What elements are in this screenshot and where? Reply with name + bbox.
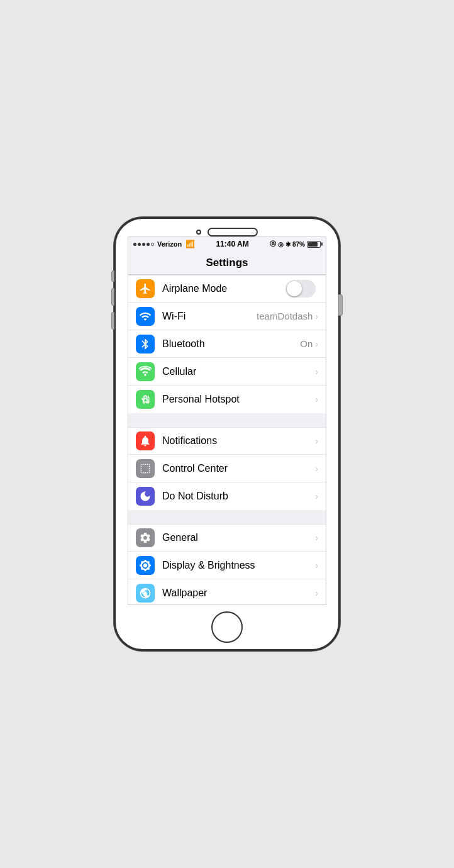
phone-frame: Verizon 📶 11:40 AM ⓐ ◎ ✱ 87% Settings [114, 217, 340, 651]
wallpaper-chevron-icon: › [315, 588, 318, 598]
section-divider-2 [128, 510, 326, 524]
section-divider-1 [128, 413, 326, 427]
settings-item-cellular[interactable]: Cellular › [128, 358, 326, 386]
general-icon [136, 528, 155, 547]
display-brightness-chevron-icon: › [315, 560, 318, 570]
carrier-name: Verizon [157, 240, 182, 248]
status-right: ⓐ ◎ ✱ 87% [270, 240, 321, 248]
notifications-icon [136, 431, 155, 450]
cellular-label: Cellular [162, 366, 315, 377]
notifications-chevron-icon: › [315, 436, 318, 446]
settings-item-airplane-mode[interactable]: Airplane Mode [128, 275, 326, 303]
wallpaper-label: Wallpaper [162, 587, 315, 599]
settings-item-bluetooth[interactable]: Bluetooth On › [128, 330, 326, 358]
airplane-mode-toggle[interactable] [285, 280, 316, 298]
settings-list: Airplane Mode Wi-Fi teamDotdash › [128, 275, 326, 604]
cellular-chevron-icon: › [315, 367, 318, 377]
settings-item-notifications[interactable]: Notifications › [128, 427, 326, 455]
status-bar: Verizon 📶 11:40 AM ⓐ ◎ ✱ 87% [128, 237, 326, 251]
settings-item-personal-hotspot[interactable]: Personal Hotspot › [128, 386, 326, 413]
camera-dot [196, 230, 201, 235]
page-title: Settings [206, 257, 248, 269]
wifi-label: Wi-Fi [162, 311, 257, 322]
battery-icon [307, 241, 321, 248]
section-notifications: Notifications › Control Center › [128, 427, 326, 510]
general-label: General [162, 532, 315, 543]
control-center-chevron-icon: › [315, 464, 318, 474]
bluetooth-status-icon: ✱ [285, 241, 291, 248]
display-brightness-icon [136, 556, 155, 575]
wifi-status-icon: 📶 [185, 240, 195, 248]
control-center-icon [136, 459, 155, 478]
bluetooth-value: On [300, 338, 313, 349]
settings-item-general[interactable]: General › [128, 524, 326, 552]
mute-button[interactable] [111, 270, 114, 282]
section-display: General › Display & Brightness › [128, 524, 326, 604]
do-not-disturb-icon [136, 487, 155, 506]
airplane-mode-label: Airplane Mode [162, 283, 285, 294]
control-center-label: Control Center [162, 463, 315, 474]
do-not-disturb-label: Do Not Disturb [162, 491, 315, 502]
notifications-label: Notifications [162, 435, 315, 447]
wifi-icon [136, 307, 155, 326]
signal-strength [133, 243, 154, 246]
status-time: 11:40 AM [216, 240, 248, 248]
wifi-value: teamDotdash [257, 311, 313, 321]
hotspot-icon [136, 390, 155, 409]
location-icon: ◎ [278, 241, 284, 248]
wallpaper-icon [136, 584, 155, 603]
volume-up-button[interactable] [111, 288, 114, 306]
nav-bar: Settings [128, 251, 326, 275]
settings-item-wifi[interactable]: Wi-Fi teamDotdash › [128, 303, 326, 330]
hotspot-chevron-icon: › [315, 394, 318, 404]
wifi-chevron-icon: › [315, 311, 318, 321]
bluetooth-chevron-icon: › [315, 339, 318, 349]
display-brightness-label: Display & Brightness [162, 560, 315, 571]
phone-screen: Verizon 📶 11:40 AM ⓐ ◎ ✱ 87% Settings [128, 236, 326, 605]
general-chevron-icon: › [315, 533, 318, 543]
settings-item-do-not-disturb[interactable]: Do Not Disturb › [128, 482, 326, 510]
orientation-lock-icon: ⓐ [270, 240, 276, 248]
phone-top [116, 219, 338, 236]
volume-down-button[interactable] [111, 312, 114, 330]
settings-item-display-brightness[interactable]: Display & Brightness › [128, 552, 326, 579]
bluetooth-label: Bluetooth [162, 338, 300, 350]
home-button[interactable] [211, 611, 243, 643]
cellular-icon [136, 362, 155, 381]
settings-item-wallpaper[interactable]: Wallpaper › [128, 579, 326, 604]
settings-item-control-center[interactable]: Control Center › [128, 455, 326, 482]
status-left: Verizon 📶 [133, 240, 195, 248]
speaker-bar [208, 228, 258, 236]
do-not-disturb-chevron-icon: › [315, 491, 318, 501]
section-connectivity: Airplane Mode Wi-Fi teamDotdash › [128, 275, 326, 413]
battery-percent: 87% [292, 241, 305, 248]
bluetooth-icon [136, 335, 155, 353]
hotspot-label: Personal Hotspot [162, 394, 315, 405]
airplane-mode-icon [136, 279, 155, 298]
